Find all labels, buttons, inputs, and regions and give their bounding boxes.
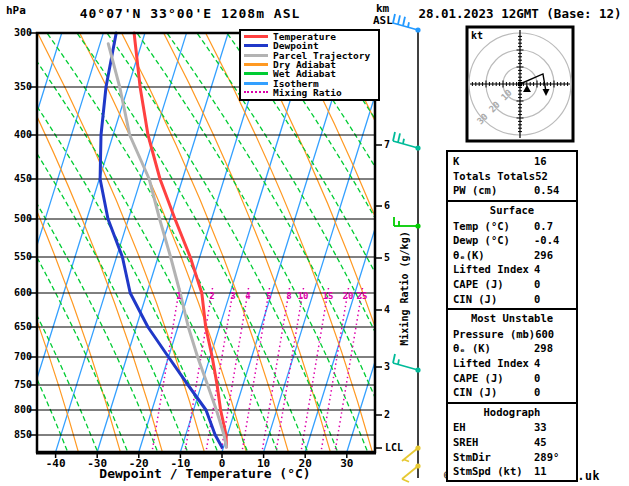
legend-swatch-temperature [244,35,268,38]
table-row-label: θₑ(K) [448,249,534,261]
table-row-value: 0 [534,278,576,290]
table-row-label: Totals Totals [448,170,535,182]
table-row-label: CIN (J) [448,293,534,305]
table-row: CAPE (J)0 [448,277,576,292]
temperature-tick-label: 10 [248,457,280,470]
table-row: Lifted Index4 [448,356,576,371]
legend-box: TemperatureDewpointParcel TrajectoryDry … [239,29,380,101]
temperature-tick-label: -40 [40,457,72,470]
temperature-tick-label: 0 [206,457,238,470]
isotherm-line [14,33,145,452]
pressure-tick-label: 800 [4,404,32,415]
mixing-ratio-value-label: 10 [295,291,311,301]
table-row-label: CAPE (J) [448,372,534,384]
table-row-label: SREH [448,436,534,448]
table-row-label: θₑ (K) [448,342,534,354]
temperature-tick-label: -10 [164,457,196,470]
pressure-tick-label: 300 [4,27,32,38]
altitude-tick-label: 2 [384,409,390,420]
table-row-label: Lifted Index [448,263,534,275]
temperature-tick-label: -30 [81,457,113,470]
pressure-tick-label: 850 [4,429,32,440]
table-row: Dewp (°C)-0.4 [448,233,576,248]
table-row-value: 0 [534,372,576,384]
table-row-label: StmSpd (kt) [448,465,534,477]
table-row-value: 0.54 [534,184,576,196]
table-row-label: StmDir [448,451,534,463]
indices-table: K16Totals Totals52PW (cm)0.54 [446,150,578,202]
pressure-tick-label: 550 [4,251,32,262]
pressure-tick-label: 350 [4,81,32,92]
pressure-tick-label: 450 [4,173,32,184]
table-row-label: EH [448,421,534,433]
table-row: Pressure (mb)600 [448,327,576,342]
legend-label: Mixing Ratio [273,87,342,98]
table-row-value: 4 [534,263,576,275]
table-row-label: Pressure (mb) [448,328,535,340]
table-row-label: K [448,155,534,167]
mixing-ratio-line [152,288,180,452]
hodograph-unit-label: kt [471,30,483,41]
table-row-value: 52 [535,170,577,182]
table-row-label: Lifted Index [448,357,534,369]
table-row-value: 33 [534,421,576,433]
legend-swatch-parcel-trajectory [244,54,268,57]
table-row: StmSpd (kt)11 [448,464,576,479]
legend-swatch-dewpoint [244,44,268,47]
table-row: StmDir289° [448,449,576,464]
indices-table: HodographEH33SREH45StmDir289°StmSpd (kt)… [446,402,578,483]
table-row: K16 [448,154,576,169]
table-row: θₑ (K)298 [448,341,576,356]
table-row: Lifted Index4 [448,262,576,277]
table-row-value: 289° [534,451,576,463]
table-section-title: Hodograph [448,406,576,421]
table-row-value: 45 [534,436,576,448]
legend-swatch-isotherm [244,82,268,85]
table-row-value: -0.4 [534,234,576,246]
table-row-value: 0.7 [534,220,576,232]
wet-adiabat-line [12,26,250,458]
indices-table: SurfaceTemp (°C)0.7Dewp (°C)-0.4θₑ(K)296… [446,200,578,310]
table-section-title: Surface [448,204,576,219]
table-row-label: CIN (J) [448,386,534,398]
table-row-label: PW (cm) [448,184,534,196]
mixing-ratio-value-label: 5 [261,291,277,301]
table-row: CIN (J)0 [448,385,576,400]
table-row: SREH45 [448,435,576,450]
pressure-axis-unit: hPa [6,4,26,17]
table-row-value: 296 [534,249,576,261]
table-row: CAPE (J)0 [448,370,576,385]
wind-barb-icon [393,132,421,151]
wet-adiabat-line [582,26,629,458]
temperature-tick-label: 30 [331,457,363,470]
altitude-tick-label: 7 [384,139,390,150]
legend-swatch-mixing-ratio [244,91,268,93]
altitude-tick-label: 6 [384,200,390,211]
mixing-ratio-value-label: 3 [225,291,241,301]
mixing-ratio-value-label: 25 [354,291,370,301]
mixing-ratio-value-label: 4 [240,291,256,301]
parcel-trajectory-curve [108,44,226,447]
table-row-value: 600 [535,328,577,340]
table-row-value: 16 [534,155,576,167]
table-row-label: Dewp (°C) [448,234,534,246]
mixing-ratio-value-label: 2 [204,291,220,301]
pressure-tick-label: 500 [4,213,32,224]
lcl-label: LCL [385,442,403,453]
table-row: EH33 [448,420,576,435]
table-row-value: 0 [534,386,576,398]
indices-tables: K16Totals Totals52PW (cm)0.54SurfaceTemp… [446,152,578,482]
legend-swatch-dry-adiabat [244,63,268,66]
dry-adiabat-line [76,26,248,458]
legend-swatch-wet-adiabat [244,72,268,75]
mixing-ratio-value-label: 15 [320,291,336,301]
table-row-value: 11 [534,465,576,477]
temperature-tick-label: -20 [123,457,155,470]
altitude-tick-label: 4 [384,304,390,315]
table-row: Totals Totals52 [448,169,576,184]
hodograph-origin-dot [518,82,522,86]
table-row-value: 298 [534,342,576,354]
altitude-tick-label: 5 [384,252,390,263]
table-row-label: Temp (°C) [448,220,534,232]
table-row: CIN (J)0 [448,291,576,306]
